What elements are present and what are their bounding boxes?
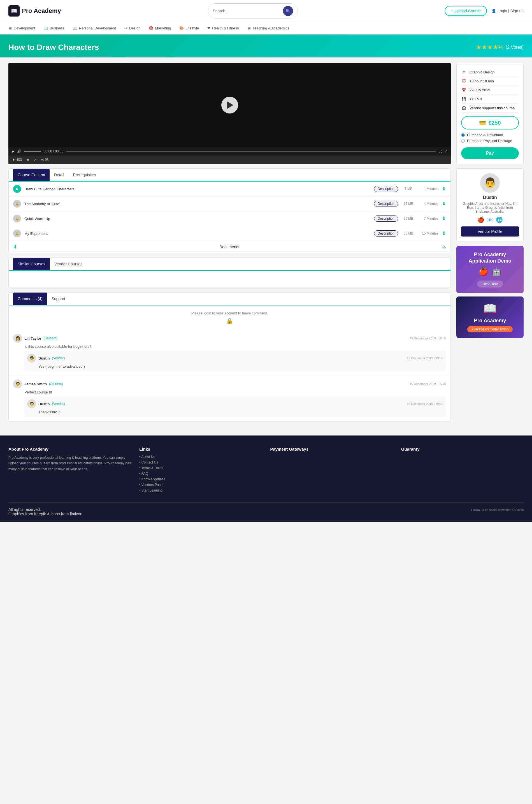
- description-button[interactable]: Description: [374, 186, 398, 192]
- logo-academy: Academy: [34, 7, 61, 14]
- expand-icon[interactable]: ⤢: [444, 149, 448, 153]
- nav-item-marketing[interactable]: 🎯 Marketing: [149, 22, 171, 34]
- progress-bar[interactable]: [66, 151, 436, 152]
- footer-payment: Payment Gateways: [270, 447, 393, 494]
- nav-item-teaching[interactable]: 🖥 Teaching & Academics: [247, 22, 289, 34]
- item-title: The Anatomy of 'Cute': [24, 202, 370, 206]
- tab-prerequisites[interactable]: Prerequisites: [69, 169, 100, 181]
- footer-link[interactable]: Start Learning: [139, 488, 262, 492]
- video-controls: ▶ 🔊 00:00 / 00:00 ⛶ ⤢: [8, 147, 451, 155]
- author-role: (Student): [49, 382, 63, 386]
- footer-link[interactable]: Terms & Rules: [139, 466, 262, 470]
- course-title: How to Draw Characters: [8, 43, 99, 52]
- comment-header: 👩 Lili Taylor (Student) 15 December 2019…: [13, 334, 446, 343]
- share-icon[interactable]: ↗: [34, 158, 37, 162]
- vendor-icon-3[interactable]: 🌐: [496, 216, 503, 223]
- footer-payment-title: Payment Gateways: [270, 447, 393, 451]
- description-button[interactable]: Description: [374, 230, 398, 237]
- item-duration: 7 Minutes: [419, 217, 438, 221]
- download-icon[interactable]: ⬇: [442, 230, 446, 237]
- footer-grid: About Pro Academy Pro Academy is very pr…: [8, 447, 524, 494]
- android-icon[interactable]: 🤖: [492, 267, 501, 276]
- comment-item: 👩 Lili Taylor (Student) 15 December 2019…: [9, 330, 451, 375]
- reply-item: 👨 Dustin (Vendor) 15 December 2019 | 19:…: [24, 396, 446, 417]
- tab-vendor-courses[interactable]: Vendor Courses: [50, 258, 87, 270]
- nav-item-lifestyle[interactable]: 🎨 Lifestyle: [179, 22, 199, 34]
- purchase-download-radio[interactable]: [461, 133, 465, 137]
- nav-item-personal-dev[interactable]: 📖 Personal Development: [73, 22, 116, 34]
- item-title: Draw Cute Cartoon Characters: [24, 187, 370, 191]
- reply-header: 👨 Dustin (Vendor) 15 December 2019 | 19:…: [27, 354, 443, 362]
- purchase-download-option[interactable]: Purchase & Download: [461, 133, 519, 137]
- video-container: ▶ 🔊 00:00 / 00:00 ⛶ ⤢ 👁 403 ★ ↗ vt-98: [8, 63, 451, 164]
- pay-button[interactable]: Pay: [461, 147, 519, 159]
- vendor-card: 👨 Dustin Graphic Artist and Instructor H…: [456, 168, 524, 241]
- comment-header: 👨 James Smith (Student) 15 December 2019…: [13, 379, 446, 388]
- volume-icon[interactable]: 🔊: [17, 149, 21, 153]
- description-button[interactable]: Description: [374, 201, 398, 207]
- time-display: 00:00 / 00:00: [44, 149, 63, 153]
- description-button[interactable]: Description: [374, 216, 398, 222]
- vendor-name: Dustin: [461, 195, 519, 200]
- personal-dev-icon: 📖: [73, 26, 77, 30]
- nav-item-development[interactable]: 🖥 Development: [8, 22, 35, 34]
- search-input[interactable]: [213, 9, 281, 13]
- item-duration: 15 Minutes: [419, 231, 438, 236]
- footer-link[interactable]: Contact Us: [139, 461, 262, 464]
- reply-time: 15 December 2019 | 19:50: [407, 402, 443, 406]
- vendor-icon-2[interactable]: 📧: [487, 216, 494, 223]
- footer-link[interactable]: About Us: [139, 455, 262, 459]
- download-icon[interactable]: ⬇: [442, 201, 446, 207]
- main-content: ▶ 🔊 00:00 / 00:00 ⛶ ⤢ 👁 403 ★ ↗ vt-98: [0, 57, 532, 427]
- app-proacademy-ad[interactable]: Pro Academy Application Demo 🍎 🤖 Click H…: [456, 246, 524, 293]
- tab-detail[interactable]: Detail: [50, 169, 69, 181]
- nav-item-health[interactable]: ❤ Health & Fitness: [207, 22, 239, 34]
- codecanyon-ad[interactable]: 📖 Pro Academy Availabe on Codecanyon: [456, 297, 524, 338]
- search-button[interactable]: 🔍: [283, 6, 293, 16]
- docs-download-icon[interactable]: ⬇: [13, 244, 17, 250]
- favorite-icon[interactable]: ★: [26, 158, 30, 162]
- vt-label: vt-98: [41, 158, 49, 162]
- footer-links-title: Links: [139, 447, 262, 451]
- volume-slider[interactable]: [24, 151, 41, 152]
- nav-item-design[interactable]: ✂ Design: [125, 22, 140, 34]
- vendor-icon-1[interactable]: 🍎: [477, 216, 484, 223]
- item-size: 65 MB: [401, 231, 416, 236]
- lock-icon: 🔒: [13, 229, 21, 237]
- nav-item-business[interactable]: 📊 Business: [44, 22, 65, 34]
- avatar: 👨: [27, 354, 36, 362]
- graphics-credit: Graphics from freepik & icons from flati…: [8, 512, 82, 516]
- footer-about-title: About Pro Academy: [8, 447, 131, 451]
- tab-comments[interactable]: Comments (4): [13, 293, 47, 305]
- avatar: 👨: [13, 379, 22, 388]
- apple-icon[interactable]: 🍎: [478, 267, 488, 276]
- footer-link[interactable]: Knowledgebase: [139, 477, 262, 481]
- play-pause-icon[interactable]: ▶: [12, 149, 14, 153]
- tab-course-content[interactable]: Course Content: [13, 169, 50, 181]
- login-link[interactable]: 👤 Login | Sign up: [491, 9, 524, 13]
- vendor-profile-button[interactable]: Vendor Profile: [461, 226, 519, 237]
- upload-course-button[interactable]: ↑ Upload Course: [444, 6, 487, 16]
- purchase-physical-radio[interactable]: [461, 139, 465, 143]
- course-item: 🔒 Quick Warm-Up Description 25 MB 7 Minu…: [9, 211, 451, 226]
- fullscreen-icon[interactable]: ⛶: [438, 149, 442, 153]
- purchase-options: Purchase & Download Purchase Physical Pa…: [461, 133, 519, 143]
- tab-support[interactable]: Support: [47, 293, 70, 305]
- logo[interactable]: 📖 Pro Academy: [8, 5, 61, 17]
- logo-text: Pro Academy: [22, 7, 61, 15]
- course-item: 🔒 The Anatomy of 'Cute' Description 16 M…: [9, 197, 451, 211]
- download-icon[interactable]: ⬇: [442, 216, 446, 222]
- download-icon[interactable]: ⬇: [442, 186, 446, 192]
- author-role: (Student): [43, 336, 57, 340]
- tab-similar-courses[interactable]: Similar Courses: [13, 258, 50, 270]
- click-here-label[interactable]: Click Here: [477, 281, 503, 287]
- reply-text: Thank's bro :): [38, 410, 443, 414]
- play-button[interactable]: [221, 97, 238, 113]
- footer-link[interactable]: FAQ: [139, 472, 262, 475]
- purchase-physical-option[interactable]: Purchase Physical Package: [461, 139, 519, 143]
- footer-guaranty: Guaranty: [401, 447, 524, 494]
- clock-icon: ⏰: [461, 79, 467, 83]
- item-size: 25 MB: [401, 217, 416, 221]
- hero-section: How to Draw Characters ★★★★½ (2 Votes): [0, 35, 532, 57]
- footer-link[interactable]: Vendors Panel: [139, 483, 262, 487]
